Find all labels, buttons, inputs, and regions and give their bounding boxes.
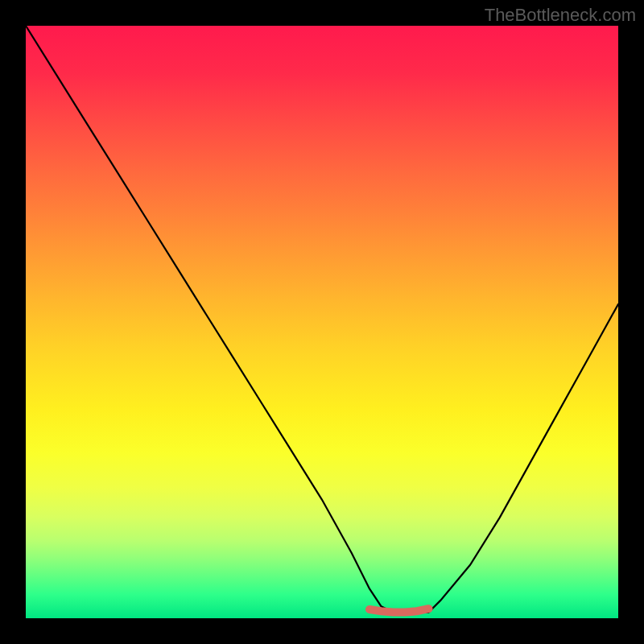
watermark-text: TheBottleneck.com bbox=[485, 5, 636, 26]
curve-overlay bbox=[26, 26, 618, 618]
bottleneck-curve bbox=[26, 26, 618, 613]
chart-area bbox=[26, 26, 618, 618]
sweet-spot-highlight bbox=[369, 609, 429, 612]
